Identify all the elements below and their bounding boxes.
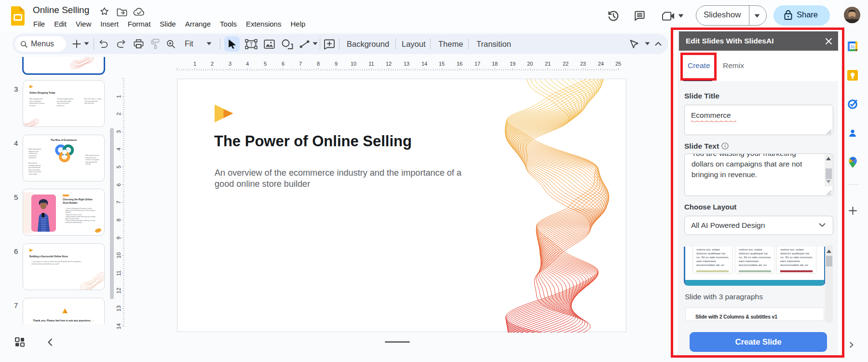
svg-text:31: 31 [850,44,855,49]
